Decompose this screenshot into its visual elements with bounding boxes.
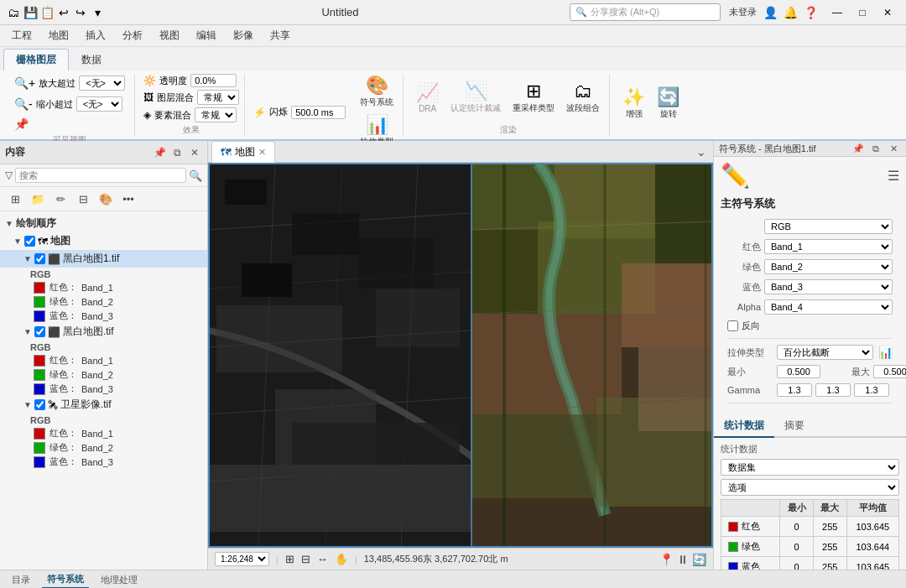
map-layer-heading[interactable]: ▼ 🗺 地图	[0, 232, 207, 250]
layer-blend-select[interactable]: 常规	[197, 90, 239, 105]
close-panel-btn[interactable]: ✕	[187, 145, 202, 160]
symbol-system-btn[interactable]: 🎨 符号系统	[356, 74, 398, 111]
symbology-btn[interactable]: 🎨	[96, 190, 116, 208]
band-combo-btn[interactable]: 🗂 波段组合	[562, 80, 604, 117]
notification-icon[interactable]: 🔔	[784, 6, 797, 19]
max-input[interactable]	[873, 365, 906, 378]
more-options-btn[interactable]: •••	[118, 190, 138, 208]
menu-edit[interactable]: 编辑	[188, 26, 225, 45]
stats-dataset-select[interactable]: 数据集	[721, 459, 899, 476]
menu-project[interactable]: 工程	[3, 26, 40, 45]
login-button[interactable]: 未登录	[729, 6, 757, 18]
transparency-input[interactable]	[190, 74, 237, 87]
dra-btn[interactable]: 📈 DRA	[412, 81, 443, 116]
pin-right-panel-btn[interactable]: 📌	[851, 141, 866, 156]
zoom-out-btn[interactable]: 🔍- 缩小超过 <无>	[10, 95, 129, 113]
minimize-button[interactable]: —	[825, 3, 849, 22]
bottom-tab-geoprocessing[interactable]: 地理处理	[96, 572, 143, 588]
tab-raster-layer[interactable]: 栅格图层	[3, 49, 69, 70]
menu-imagery[interactable]: 影像	[225, 26, 262, 45]
symbol-menu-icon[interactable]: ☰	[888, 168, 899, 184]
stats-tab-summary[interactable]: 摘要	[774, 415, 815, 436]
layer-bw2-checkbox[interactable]	[34, 326, 45, 337]
map-checkbox[interactable]	[24, 236, 35, 247]
alpha-select[interactable]: Band_4	[764, 299, 893, 315]
float-right-panel-btn[interactable]: ⧉	[868, 141, 883, 156]
reverse-checkbox[interactable]	[727, 320, 738, 331]
pin-panel-btn[interactable]: 📌	[152, 145, 167, 160]
menu-insert[interactable]: 插入	[77, 26, 114, 45]
resample-btn[interactable]: ⊞ 重采样类型	[508, 80, 559, 117]
chart-btn[interactable]: 📊	[878, 346, 893, 359]
stats-tab-statistics[interactable]: 统计数据	[714, 415, 774, 438]
red-select[interactable]: Band_1	[764, 239, 893, 254]
dropdown-icon[interactable]: ▾	[91, 6, 104, 19]
nav-extent-icon[interactable]: ⊞	[285, 553, 294, 565]
user-avatar-icon[interactable]: 👤	[763, 6, 777, 19]
nav-mode-icon[interactable]: ↔	[317, 553, 328, 565]
fix-scale-btn[interactable]: 📌	[10, 116, 129, 133]
edit-layer-btn[interactable]: ✏	[50, 190, 70, 208]
green-select[interactable]: Band_2	[764, 259, 893, 274]
zoom-in-btn[interactable]: 🔍+ 放大超过 <无>	[10, 74, 129, 92]
left-panel-title: 内容	[5, 145, 148, 159]
stretch-type-select[interactable]: 百分比截断	[777, 345, 873, 360]
pan-icon[interactable]: ✋	[335, 553, 348, 565]
layer-bw1-checkbox[interactable]	[34, 253, 45, 264]
min-input[interactable]	[777, 365, 820, 378]
gamma-r-input[interactable]	[777, 383, 812, 397]
zoom-in-select[interactable]: <无>	[79, 75, 125, 91]
menu-analysis[interactable]: 分析	[114, 26, 151, 45]
menu-share[interactable]: 共享	[262, 26, 299, 45]
search-btn-icon[interactable]: 🔍	[189, 169, 202, 182]
gamma-b-input[interactable]	[854, 383, 889, 397]
map-tab-close[interactable]: ✕	[258, 147, 266, 158]
menu-view[interactable]: 视图	[151, 26, 188, 45]
draw-order-heading[interactable]: ▼ 绘制顺序	[0, 215, 207, 232]
map-icon: 🗺	[38, 236, 48, 247]
layer-bw2[interactable]: ▼ ⬛ 黑白地图.tif	[0, 323, 207, 341]
gps-icon[interactable]: 📍	[659, 553, 674, 566]
right-panel-title: 符号系统 - 黑白地图1.tif	[719, 143, 851, 155]
float-panel-btn[interactable]: ⧉	[169, 145, 185, 160]
enhance-items: ✨ 增强 🔄 旋转	[618, 74, 684, 134]
layer-bw1[interactable]: ▼ ⬛ 黑白地图1.tif	[0, 250, 207, 268]
global-search-box[interactable]: 🔍 分享搜索 (Alt+Q)	[570, 3, 721, 21]
blue-select[interactable]: Band_3	[764, 279, 893, 294]
help-icon[interactable]: ❓	[804, 6, 817, 19]
content-panel: 内容 📌 ⧉ ✕ ▽ 🔍 ⊞ 📁 ✏ ⊟ 🎨 •••	[0, 141, 906, 570]
pause-icon[interactable]: ⏸	[677, 553, 689, 566]
scale-select[interactable]: 1:26,248	[215, 552, 269, 566]
map-canvas[interactable]	[208, 163, 713, 548]
layer-satellite-checkbox[interactable]	[34, 399, 45, 410]
layer-satellite[interactable]: ▼ 🛰 卫星影像.tif	[0, 396, 207, 414]
table-view-btn[interactable]: ⊟	[73, 190, 93, 208]
bottom-tab-symbology[interactable]: 符号系统	[42, 571, 89, 588]
sharpen-btn[interactable]: ✨ 增强	[618, 86, 649, 122]
bottom-tab-catalog[interactable]: 目录	[7, 572, 35, 588]
stats-options-select[interactable]: 选项	[721, 479, 899, 496]
feature-blend-icon: ◈	[143, 109, 151, 121]
rotate-btn[interactable]: 🔄 旋转	[653, 86, 684, 122]
maximize-button[interactable]: □	[851, 3, 874, 22]
color-mode-select[interactable]: RGB	[764, 219, 893, 234]
layer-search-input[interactable]	[15, 168, 186, 183]
close-right-panel-btn[interactable]: ✕	[886, 141, 901, 156]
undo-icon[interactable]: ↩	[57, 6, 70, 19]
close-button[interactable]: ✕	[876, 3, 899, 22]
menu-map[interactable]: 地图	[40, 26, 77, 45]
app-icon2: 💾	[23, 6, 37, 19]
stats-calc-btn[interactable]: 📉 认定统计裁减	[446, 80, 505, 117]
gamma-g-input[interactable]	[815, 383, 851, 397]
refresh-icon[interactable]: 🔄	[692, 553, 706, 566]
redo-icon[interactable]: ↪	[74, 6, 87, 19]
map-tab-main[interactable]: 🗺 地图 ✕	[211, 141, 275, 163]
zoom-out-select[interactable]: <无>	[76, 96, 122, 112]
flash-input[interactable]	[291, 106, 346, 119]
tab-data[interactable]: 数据	[69, 49, 114, 70]
group-layer-btn[interactable]: 📁	[28, 190, 48, 208]
add-data-btn[interactable]: ⊞	[5, 190, 25, 208]
expand-map-icon[interactable]: ⌄	[696, 145, 706, 159]
zoom-fit-icon[interactable]: ⊟	[301, 553, 310, 565]
feature-blend-select[interactable]: 常规	[195, 107, 237, 122]
